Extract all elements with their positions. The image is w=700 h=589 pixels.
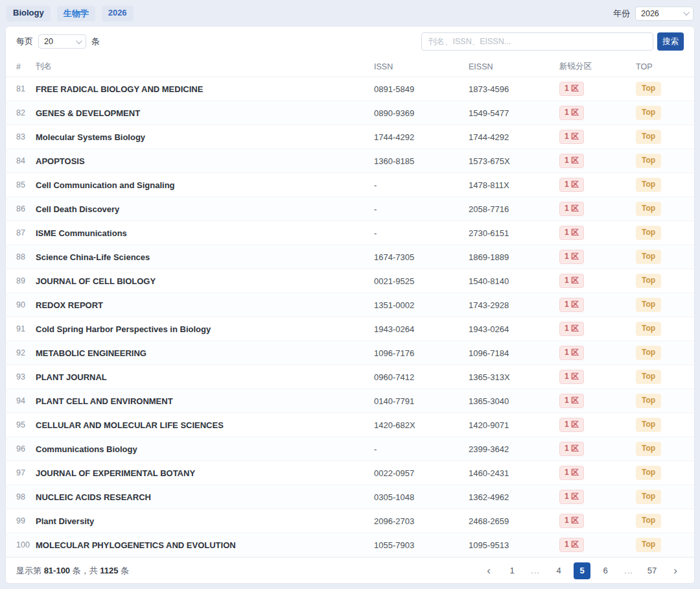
top-badge: Top — [636, 370, 661, 384]
page-button-current[interactable]: 5 — [574, 562, 590, 579]
table-row[interactable]: 97 JOURNAL OF EXPERIMENTAL BOTANY 0022-0… — [6, 461, 694, 485]
rank-cell: 91 — [6, 317, 32, 341]
table-row[interactable]: 93 PLANT JOURNAL 0960-7412 1365-313X 1 区… — [6, 365, 694, 389]
year-select[interactable]: 2026 — [635, 6, 694, 21]
partition-cell: 1 区 — [555, 341, 632, 365]
journal-name: MOLECULAR PHYLOGENETICS AND EVOLUTION — [32, 533, 370, 557]
table-row[interactable]: 88 Science China-Life Sciences 1674-7305… — [6, 245, 694, 269]
page-button[interactable]: 4 — [550, 562, 567, 579]
table-row[interactable]: 99 Plant Diversity 2096-2703 2468-2659 1… — [6, 509, 694, 533]
tab-category-chinese[interactable]: 生物学 — [57, 6, 95, 21]
table-row[interactable]: 91 Cold Spring Harbor Perspectives in Bi… — [6, 317, 694, 341]
summary-total: 1125 — [100, 566, 118, 575]
chevron-down-icon — [683, 9, 690, 16]
partition-badge: 1 区 — [559, 394, 584, 408]
search-button[interactable]: 搜索 — [657, 32, 684, 51]
partition-badge: 1 区 — [559, 514, 584, 528]
prev-page-button[interactable]: ‹ — [480, 562, 497, 579]
partition-badge: 1 区 — [559, 298, 584, 312]
partition-badge: 1 区 — [559, 154, 584, 168]
search-input[interactable] — [421, 32, 653, 51]
summary-prefix: 显示第 — [16, 566, 44, 575]
table-row[interactable]: 86 Cell Death Discovery - 2058-7716 1 区 … — [6, 197, 694, 221]
partition-cell: 1 区 — [555, 293, 632, 317]
chevron-down-icon — [76, 38, 82, 44]
journal-name: Cold Spring Harbor Perspectives in Biolo… — [32, 317, 370, 341]
issn-cell: 1943-0264 — [370, 317, 465, 341]
partition-badge: 1 区 — [559, 274, 584, 288]
top-cell: Top — [632, 269, 694, 293]
table-row[interactable]: 96 Communications Biology - 2399-3642 1 … — [6, 437, 694, 461]
journal-name: Plant Diversity — [32, 509, 370, 533]
partition-badge: 1 区 — [559, 178, 584, 192]
rank-cell: 100 — [6, 533, 32, 557]
table-row[interactable]: 98 NUCLEIC ACIDS RESEARCH 0305-1048 1362… — [6, 485, 694, 509]
table-row[interactable]: 82 GENES & DEVELOPMENT 0890-9369 1549-54… — [6, 101, 694, 125]
top-badge: Top — [636, 490, 661, 504]
next-page-button[interactable]: › — [667, 562, 684, 579]
table-row[interactable]: 89 JOURNAL OF CELL BIOLOGY 0021-9525 154… — [6, 269, 694, 293]
category-tabs: Biology 生物学 2026 — [6, 6, 134, 21]
issn-cell: 2096-2703 — [370, 509, 465, 533]
tab-category-english[interactable]: Biology — [6, 6, 51, 21]
rank-cell: 82 — [6, 101, 32, 125]
tab-year[interactable]: 2026 — [102, 6, 134, 21]
rank-cell: 98 — [6, 485, 32, 509]
table-row[interactable]: 100 MOLECULAR PHYLOGENETICS AND EVOLUTIO… — [6, 533, 694, 557]
pagination-pages: 1...456...57 — [504, 562, 660, 579]
page-button[interactable]: 57 — [644, 562, 660, 579]
table-row[interactable]: 81 FREE RADICAL BIOLOGY AND MEDICINE 089… — [6, 77, 694, 101]
partition-cell: 1 区 — [555, 197, 632, 221]
partition-badge: 1 区 — [559, 346, 584, 360]
top-cell: Top — [632, 293, 694, 317]
col-header-top: TOP — [632, 56, 694, 77]
journal-name: Cell Death Discovery — [32, 197, 370, 221]
journal-name: REDOX REPORT — [32, 293, 370, 317]
top-cell: Top — [632, 485, 694, 509]
partition-cell: 1 区 — [555, 149, 632, 173]
top-badge: Top — [636, 274, 661, 288]
summary-mid: 条，共 — [70, 566, 100, 575]
journal-name: GENES & DEVELOPMENT — [32, 101, 370, 125]
table-toolbar: 每页 20 条 搜索 — [6, 27, 694, 56]
table-row[interactable]: 87 ISME Communications - 2730-6151 1 区 T… — [6, 221, 694, 245]
partition-badge: 1 区 — [559, 418, 584, 432]
partition-cell: 1 区 — [555, 485, 632, 509]
eissn-cell: 1573-675X — [465, 149, 555, 173]
table-row[interactable]: 84 APOPTOSIS 1360-8185 1573-675X 1 区 Top — [6, 149, 694, 173]
top-badge: Top — [636, 178, 661, 192]
partition-badge: 1 区 — [559, 466, 584, 480]
table-row[interactable]: 85 Cell Communication and Signaling - 14… — [6, 173, 694, 197]
rank-cell: 95 — [6, 413, 32, 437]
eissn-cell: 2468-2659 — [465, 509, 555, 533]
col-header-journal-name: 刊名 — [32, 56, 370, 77]
table-row[interactable]: 95 CELLULAR AND MOLECULAR LIFE SCIENCES … — [6, 413, 694, 437]
issn-cell: 0022-0957 — [370, 461, 465, 485]
partition-cell: 1 区 — [555, 221, 632, 245]
table-footer: 显示第 81-100 条，共 1125 条 ‹ 1...456...57 › — [6, 557, 694, 583]
page-size-select[interactable]: 20 — [38, 34, 86, 49]
journal-name: APOPTOSIS — [32, 149, 370, 173]
page-size-control: 每页 20 条 — [16, 34, 100, 49]
top-cell: Top — [632, 437, 694, 461]
table-row[interactable]: 94 PLANT CELL AND ENVIRONMENT 0140-7791 … — [6, 389, 694, 413]
partition-badge: 1 区 — [559, 82, 584, 96]
top-badge: Top — [636, 514, 661, 528]
issn-cell: 1420-682X — [370, 413, 465, 437]
page-button[interactable]: 1 — [504, 562, 520, 579]
top-cell: Top — [632, 413, 694, 437]
table-row[interactable]: 90 REDOX REPORT 1351-0002 1743-2928 1 区 … — [6, 293, 694, 317]
page-button[interactable]: 6 — [597, 562, 614, 579]
table-row[interactable]: 83 Molecular Systems Biology 1744-4292 1… — [6, 125, 694, 149]
pagination: ‹ 1...456...57 › — [480, 562, 684, 579]
page-size-suffix-label: 条 — [91, 36, 100, 47]
pagination-ellipsis: ... — [527, 562, 544, 579]
journal-name: CELLULAR AND MOLECULAR LIFE SCIENCES — [32, 413, 370, 437]
eissn-cell: 1095-9513 — [465, 533, 555, 557]
journal-name: ISME Communications — [32, 221, 370, 245]
eissn-cell: 1869-1889 — [465, 245, 555, 269]
issn-cell: 1096-7176 — [370, 341, 465, 365]
table-row[interactable]: 92 METABOLIC ENGINEERING 1096-7176 1096-… — [6, 341, 694, 365]
journal-name: NUCLEIC ACIDS RESEARCH — [32, 485, 370, 509]
partition-cell: 1 区 — [555, 533, 632, 557]
